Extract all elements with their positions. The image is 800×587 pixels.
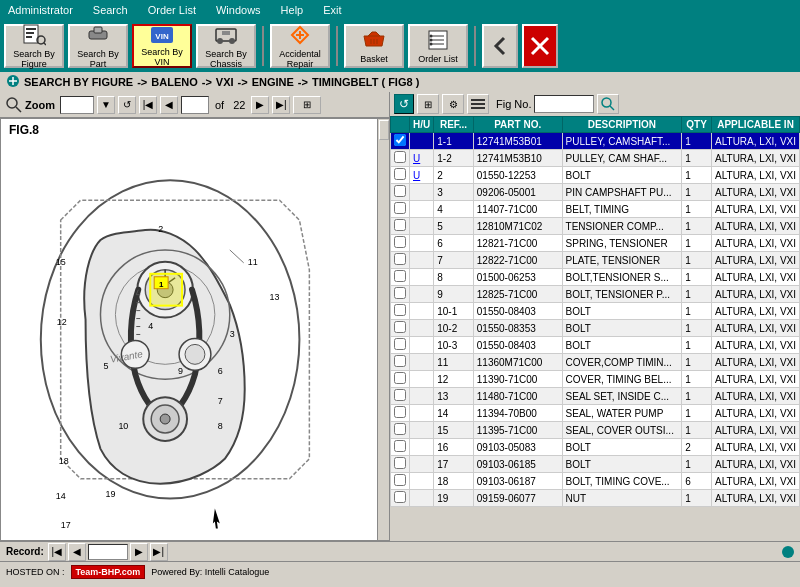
nav-first-button[interactable]: |◀	[139, 96, 157, 114]
grid-view-button[interactable]: ⊞	[293, 96, 321, 114]
row-checkbox[interactable]	[394, 389, 406, 401]
search-by-part-button[interactable]: Search By Part	[68, 24, 128, 68]
row-checkbox-cell[interactable]	[391, 422, 410, 439]
menu-help[interactable]: Help	[277, 2, 308, 18]
row-checkbox[interactable]	[394, 304, 406, 316]
table-extra-button[interactable]	[467, 94, 489, 114]
row-checkbox-cell[interactable]	[391, 388, 410, 405]
row-checkbox-cell[interactable]	[391, 439, 410, 456]
menu-windows[interactable]: Windows	[212, 2, 265, 18]
scroll-thumb[interactable]	[379, 120, 389, 140]
search-by-chassis-button[interactable]: Search By Chassis	[196, 24, 256, 68]
row-hu	[410, 490, 434, 507]
table-grid-button[interactable]: ⊞	[417, 94, 439, 114]
row-checkbox[interactable]	[394, 270, 406, 282]
page-input[interactable]: 8	[181, 96, 209, 114]
nav-next-button[interactable]: ▶	[251, 96, 269, 114]
hu-link[interactable]: U	[413, 153, 420, 164]
back-button[interactable]	[482, 24, 518, 68]
row-checkbox-cell[interactable]	[391, 218, 410, 235]
row-checkbox[interactable]	[394, 134, 406, 146]
row-checkbox[interactable]	[394, 219, 406, 231]
table-refresh-button[interactable]: ↺	[394, 94, 414, 114]
row-checkbox-cell[interactable]	[391, 490, 410, 507]
row-checkbox-cell[interactable]	[391, 150, 410, 167]
row-checkbox-cell[interactable]	[391, 184, 410, 201]
row-checkbox[interactable]	[394, 372, 406, 384]
row-checkbox-cell[interactable]	[391, 133, 410, 150]
menu-administrator[interactable]: Administrator	[4, 2, 77, 18]
svg-point-12	[229, 38, 235, 44]
nav-prev-button[interactable]: ◀	[160, 96, 178, 114]
row-ref: 3	[434, 184, 474, 201]
row-checkbox[interactable]	[394, 202, 406, 214]
table-row: 10-2 01550-08353 BOLT 1 ALTURA, LXI, VXI	[391, 320, 800, 337]
parts-data-table: H/U REF... PART NO. DESCRIPTION QTY APPL…	[390, 116, 800, 507]
basket-button[interactable]: Basket	[344, 24, 404, 68]
row-checkbox[interactable]	[394, 423, 406, 435]
menu-search[interactable]: Search	[89, 2, 132, 18]
row-checkbox-cell[interactable]	[391, 320, 410, 337]
record-prev-button[interactable]: ◀	[68, 543, 86, 561]
fig-no-label: Fig No.	[496, 98, 531, 110]
table-settings-button[interactable]: ⚙	[442, 94, 464, 114]
zoom-input[interactable]: 100	[60, 96, 94, 114]
fig-no-input[interactable]	[534, 95, 594, 113]
record-first-button[interactable]: |◀	[48, 543, 66, 561]
row-checkbox[interactable]	[394, 287, 406, 299]
row-checkbox-cell[interactable]	[391, 167, 410, 184]
svg-text:14: 14	[56, 491, 66, 501]
row-checkbox[interactable]	[394, 338, 406, 350]
parts-table[interactable]: H/U REF... PART NO. DESCRIPTION QTY APPL…	[390, 116, 800, 541]
accidental-repair-button[interactable]: Accidental Repair	[270, 24, 330, 68]
row-qty: 1	[682, 184, 712, 201]
diagram-scrollbar[interactable]	[377, 119, 389, 540]
row-checkbox-cell[interactable]	[391, 252, 410, 269]
row-checkbox-cell[interactable]	[391, 456, 410, 473]
row-checkbox[interactable]	[394, 253, 406, 265]
row-checkbox[interactable]	[394, 185, 406, 197]
row-applicable: ALTURA, LXI, VXI	[712, 201, 800, 218]
row-checkbox-cell[interactable]	[391, 473, 410, 490]
zoom-dropdown-button[interactable]: ▼	[97, 96, 115, 114]
record-next-button[interactable]: ▶	[130, 543, 148, 561]
close-button[interactable]	[522, 24, 558, 68]
row-checkbox-cell[interactable]	[391, 354, 410, 371]
row-checkbox-cell[interactable]	[391, 269, 410, 286]
fig-no-search-button[interactable]	[597, 94, 619, 114]
row-qty: 1	[682, 405, 712, 422]
hu-link[interactable]: U	[413, 170, 420, 181]
row-checkbox[interactable]	[394, 440, 406, 452]
row-checkbox-cell[interactable]	[391, 405, 410, 422]
order-list-button[interactable]: Order List	[408, 24, 468, 68]
nav-last-button[interactable]: ▶|	[272, 96, 290, 114]
row-checkbox-cell[interactable]	[391, 371, 410, 388]
row-checkbox[interactable]	[394, 321, 406, 333]
status-indicator[interactable]	[782, 546, 794, 558]
row-checkbox[interactable]	[394, 151, 406, 163]
record-last-button[interactable]: ▶|	[150, 543, 168, 561]
row-checkbox[interactable]	[394, 236, 406, 248]
row-hu	[410, 439, 434, 456]
row-checkbox-cell[interactable]	[391, 286, 410, 303]
row-applicable: ALTURA, LXI, VXI	[712, 439, 800, 456]
row-checkbox[interactable]	[394, 406, 406, 418]
row-checkbox[interactable]	[394, 491, 406, 503]
row-checkbox-cell[interactable]	[391, 235, 410, 252]
menu-order-list[interactable]: Order List	[144, 2, 200, 18]
search-by-figure-button[interactable]: Search By Figure	[4, 24, 64, 68]
svg-text:7: 7	[218, 396, 223, 406]
menu-exit[interactable]: Exit	[319, 2, 345, 18]
row-checkbox[interactable]	[394, 355, 406, 367]
record-input[interactable]: 1 Of 22	[88, 544, 128, 560]
row-checkbox[interactable]	[394, 168, 406, 180]
row-checkbox-cell[interactable]	[391, 201, 410, 218]
row-checkbox-cell[interactable]	[391, 337, 410, 354]
svg-rect-1	[26, 28, 36, 30]
zoom-refresh-button[interactable]: ↺	[118, 96, 136, 114]
row-checkbox[interactable]	[394, 457, 406, 469]
search-by-vin-button[interactable]: VIN Search By VIN	[132, 24, 192, 68]
row-checkbox-cell[interactable]	[391, 303, 410, 320]
row-checkbox[interactable]	[394, 474, 406, 486]
row-partno: 01550-08353	[473, 320, 562, 337]
